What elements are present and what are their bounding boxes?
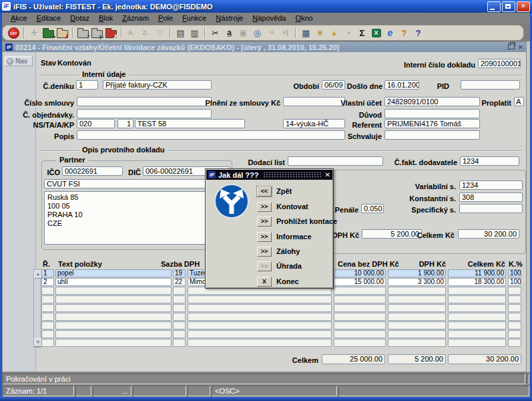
nav-button[interactable]: Nav [5,56,33,66]
cell-empty[interactable] [448,287,506,295]
cell-empty[interactable] [173,321,186,329]
cell-empty[interactable] [448,321,506,329]
cell-empty[interactable] [334,295,386,303]
nstaakp-field-3[interactable]: TEST 58 [135,119,245,128]
sort-desc-icon[interactable]: Z↓ [139,26,153,39]
help-context-icon[interactable]: ? [397,26,411,39]
konstantni-field[interactable]: 308 [459,192,523,202]
wheel-icon[interactable]: ✳ [313,26,327,39]
cell-r[interactable]: 1 [41,269,54,277]
cell-empty[interactable] [508,321,521,329]
cell-empty[interactable] [188,330,332,338]
cell-sazba-num[interactable]: 22 [173,278,186,286]
cell-empty[interactable] [41,313,54,321]
excel-icon[interactable]: X [369,26,383,39]
cell-k[interactable]: 100 [508,269,521,277]
cell-empty[interactable] [334,330,386,338]
cell-empty[interactable] [173,304,186,312]
cell-empty[interactable] [41,304,54,312]
interni-cislo-field[interactable]: 2090100001 [478,59,521,68]
cell-r[interactable]: 2 [41,278,54,286]
specificky-field[interactable] [459,204,523,213]
clock-icon[interactable]: ◔ [341,26,355,39]
mdi-restore-button[interactable] [508,43,515,51]
insert-record-icon[interactable]: ✛ [27,26,41,39]
maximize-button[interactable] [502,1,515,12]
cislo-smlouvy-field[interactable] [77,97,212,106]
sort-asc-icon[interactable]: A↓ [125,26,139,39]
cell-empty[interactable] [41,295,54,303]
nstaakp-field-2[interactable]: 1 [117,119,134,128]
schvaluje-field[interactable] [384,130,480,140]
menu-napoveda[interactable]: Nápověda [248,13,290,23]
cell-empty[interactable] [448,330,506,338]
mdi-close-button[interactable]: ✕ [518,43,523,51]
mountain-icon[interactable]: ▲ [327,26,341,39]
cell-empty[interactable] [173,339,186,347]
cell-empty[interactable] [55,330,172,338]
cell-empty[interactable] [508,313,521,321]
menu-blok[interactable]: Blok [94,13,117,23]
menu-okno[interactable]: Okno [290,13,317,23]
cell-empty[interactable] [334,313,386,321]
copy-icon[interactable]: ▣ [236,26,250,39]
cell-empty[interactable] [388,304,446,312]
cell-empty[interactable] [173,295,186,303]
menu-funkce[interactable]: Funkce [178,13,211,23]
cell-empty[interactable] [508,330,521,338]
cell-empty[interactable] [188,313,332,321]
zalohy-button[interactable]: >> [257,247,272,257]
cell-empty[interactable] [508,339,521,347]
cell-empty[interactable] [388,330,446,338]
help-icon[interactable]: ? [411,26,425,39]
zpet-button[interactable]: << [257,186,272,196]
konec-button[interactable]: X [257,277,272,287]
cell-empty[interactable] [41,330,54,338]
cell-empty[interactable] [173,313,186,321]
proplatit-field[interactable]: A [514,97,524,106]
list-detail-icon[interactable]: ≡| [278,26,292,39]
menu-pole[interactable]: Pole [154,13,178,23]
cell-dph[interactable]: 1 900.00 [388,269,446,277]
cell-empty[interactable] [448,339,506,347]
popis-field[interactable] [77,130,345,140]
partner-address-field[interactable]: Ruská 85 100 05 PRAHA 10 CZE [44,191,230,245]
cell-empty[interactable] [41,287,54,295]
celkem-kc-field[interactable]: 30 200.00 [458,229,519,239]
cell-empty[interactable] [55,339,172,347]
filter-icon[interactable]: ▽ [153,26,167,39]
cell-empty[interactable] [334,339,386,347]
cell-cena[interactable]: 15 000.00 [334,278,386,286]
cdeniku-field[interactable]: 1 [76,80,98,90]
execute-query-icon[interactable]: ▶ [90,26,104,39]
prohlizet-kontace-button[interactable]: >> [257,217,272,227]
cell-empty[interactable] [334,321,386,329]
menu-nastroje[interactable]: Nástroje [211,13,248,23]
cell-empty[interactable] [55,321,172,329]
penale-field[interactable]: 0.050 [361,204,384,213]
pid-field[interactable] [461,80,520,90]
kontovat-button[interactable]: >> [257,202,272,212]
table-scrollbar[interactable]: ▲ ▼ [33,269,41,348]
minimize-button[interactable] [487,1,501,12]
nstaakp-field-1[interactable]: 020 [77,119,115,128]
cell-empty[interactable] [334,304,386,312]
organizer-icon[interactable]: ▦ [299,26,313,39]
cell-celkem[interactable]: 11 900.00 [448,269,506,277]
cell-celkem[interactable]: 18 300.00 [448,278,506,286]
cell-empty[interactable] [448,304,506,312]
cell-empty[interactable] [173,330,186,338]
cell-empty[interactable] [388,313,446,321]
cell-empty[interactable] [388,321,446,329]
cfakt-field[interactable]: 1234 [460,156,519,166]
cell-empty[interactable] [388,339,446,347]
cell-empty[interactable] [41,339,54,347]
cancel-query-icon[interactable]: ✗ [104,26,118,39]
list-icon[interactable]: ·≡ [264,26,278,39]
cell-empty[interactable] [388,287,446,295]
cell-empty[interactable] [41,321,54,329]
cell-empty[interactable] [188,339,332,347]
cell-sazba-num[interactable]: 19 [173,269,186,277]
close-button[interactable]: ✕ [517,1,530,12]
save-record-icon[interactable]: ▪ [41,26,55,39]
